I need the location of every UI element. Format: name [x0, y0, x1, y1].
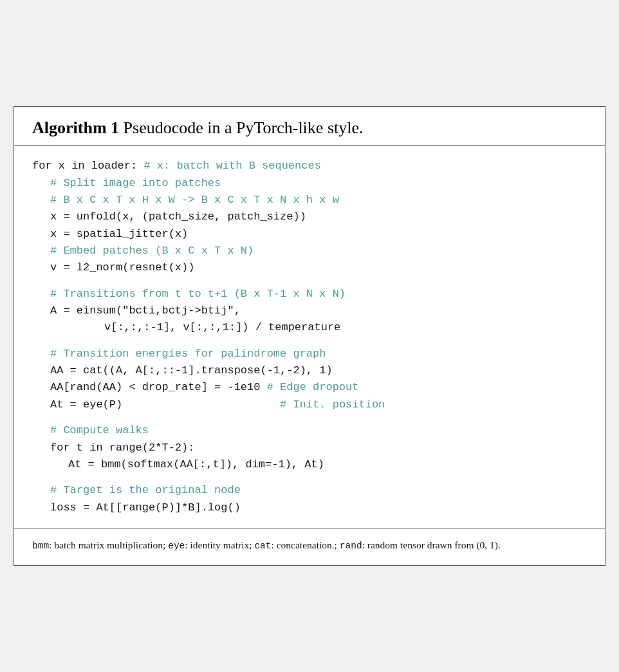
code-line: v[:,:,:-1], v[:,:,1:]) / temperature: [32, 319, 587, 336]
code-line: # Transitions from t to t+1 (B x T-1 x N…: [32, 286, 587, 303]
algorithm-header: Algorithm 1 Pseudocode in a PyTorch-like…: [14, 107, 605, 146]
algorithm-body: for x in loader: # x: batch with B seque…: [14, 146, 605, 528]
code-line: for t in range(2*T-2):: [32, 440, 587, 456]
code-line: for x in loader: # x: batch with B seque…: [32, 158, 587, 174]
code-line: At = bmm(softmax(AA[:,t]), dim=-1), At): [32, 456, 587, 473]
code-line: x = unfold(x, (patch_size, patch_size)): [32, 209, 587, 225]
code-spacer: [32, 337, 587, 346]
algorithm-title-rest: Pseudocode in a PyTorch-like style.: [119, 118, 363, 137]
algorithm-title-bold: Algorithm 1: [32, 118, 119, 137]
code-spacer: [32, 277, 587, 286]
code-line: # Split image into patches: [32, 175, 587, 192]
code-line: # Compute walks: [32, 422, 587, 439]
code-line: AA = cat((A, A[:,::-1].transpose(-1,-2),…: [32, 362, 587, 379]
code-line: At = eye(P) # Init. position: [32, 397, 587, 413]
code-line: loss = At[[range(P)]*B].log(): [32, 499, 587, 516]
code-block: for x in loader: # x: batch with B seque…: [32, 158, 587, 516]
code-line: # B x C x T x H x W -> B x C x T x N x h…: [32, 192, 587, 209]
algorithm-footer: bmm: batch matrix multiplication; eye: i…: [14, 528, 605, 565]
algorithm-title: Algorithm 1 Pseudocode in a PyTorch-like…: [32, 118, 363, 137]
algorithm-box: Algorithm 1 Pseudocode in a PyTorch-like…: [14, 106, 605, 565]
footer-text: bmm: batch matrix multiplication; eye: i…: [32, 539, 501, 550]
code-line: # Target is the original node: [32, 482, 587, 499]
code-line: x = spatial_jitter(x): [32, 226, 587, 243]
code-line: # Transition energies for palindrome gra…: [32, 346, 587, 362]
code-spacer: [32, 473, 587, 482]
code-line: # Embed patches (B x C x T x N): [32, 243, 587, 259]
code-line: v = l2_norm(resnet(x)): [32, 259, 587, 276]
code-line: AA[rand(AA) < drop_rate] = -1e10 # Edge …: [32, 379, 587, 396]
code-line: A = einsum("bcti,bctj->btij",: [32, 303, 587, 319]
code-spacer: [32, 413, 587, 422]
